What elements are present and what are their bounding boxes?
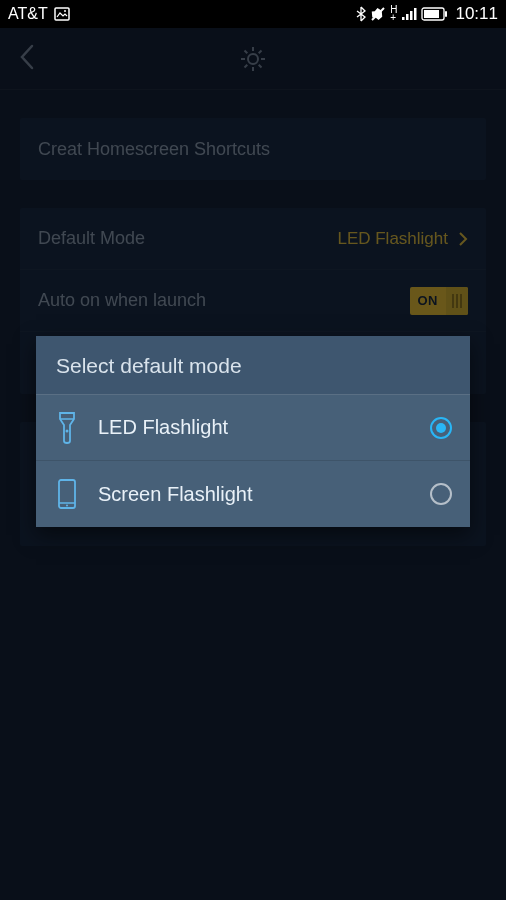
svg-point-12 xyxy=(66,429,69,432)
svg-rect-3 xyxy=(402,17,405,20)
radio-selected-icon xyxy=(430,417,452,439)
carrier-label: AT&T xyxy=(8,5,48,23)
dialog-title: Select default mode xyxy=(36,336,470,394)
option-led-flashlight[interactable]: LED Flashlight xyxy=(36,395,470,461)
svg-rect-5 xyxy=(410,11,413,20)
battery-icon xyxy=(421,7,447,21)
signal-icon xyxy=(401,7,417,21)
option-screen-flashlight[interactable]: Screen Flashlight xyxy=(36,461,470,527)
select-default-mode-dialog: Select default mode LED Flashlight Scree… xyxy=(36,336,470,527)
option-label: LED Flashlight xyxy=(98,416,430,439)
status-bar: AT&T H+ 10:11 xyxy=(0,0,506,28)
svg-rect-6 xyxy=(414,8,417,20)
bluetooth-icon xyxy=(356,6,366,22)
svg-rect-13 xyxy=(59,480,75,508)
clock-label: 10:11 xyxy=(455,4,498,24)
svg-rect-8 xyxy=(445,11,447,17)
radio-unselected-icon xyxy=(430,483,452,505)
option-label: Screen Flashlight xyxy=(98,483,430,506)
phone-icon xyxy=(57,478,77,510)
svg-rect-0 xyxy=(55,8,69,20)
svg-rect-9 xyxy=(424,10,439,18)
svg-point-15 xyxy=(66,505,68,507)
flashlight-icon xyxy=(56,411,78,445)
mute-icon xyxy=(370,6,386,22)
svg-rect-4 xyxy=(406,14,409,20)
svg-point-1 xyxy=(64,10,66,12)
network-type-label: H+ xyxy=(390,5,397,23)
screenshot-icon xyxy=(54,7,70,21)
